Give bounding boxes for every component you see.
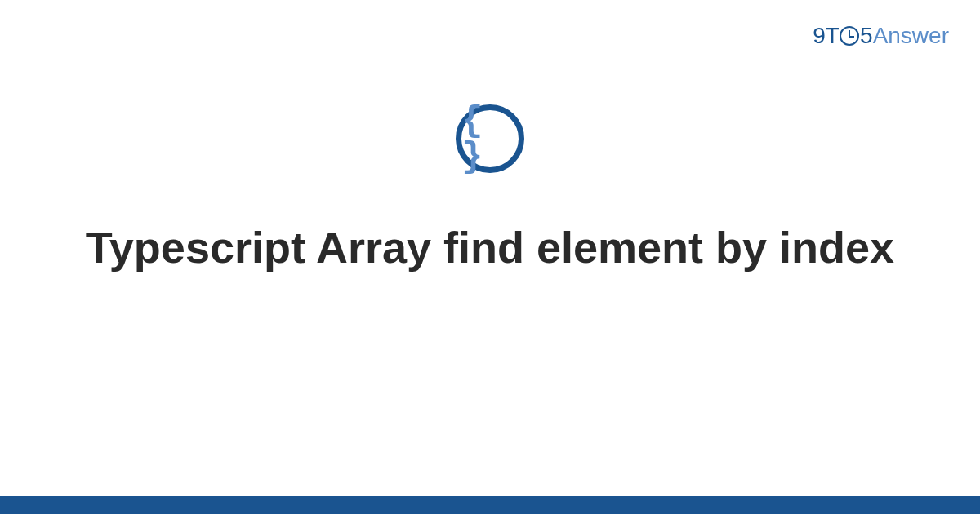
- footer-accent-bar: [0, 496, 980, 514]
- logo-text-answer: Answer: [873, 23, 949, 49]
- main-content: { } Typescript Array find element by ind…: [0, 104, 980, 276]
- site-logo: 9T 5 Answer: [813, 23, 949, 49]
- page-title: Typescript Array find element by index: [86, 220, 894, 276]
- logo-text-9t: 9T: [813, 23, 839, 49]
- logo-text-5: 5: [860, 23, 873, 49]
- category-badge: { }: [456, 104, 524, 173]
- clock-icon: [840, 26, 859, 46]
- code-braces-icon: { }: [461, 103, 519, 175]
